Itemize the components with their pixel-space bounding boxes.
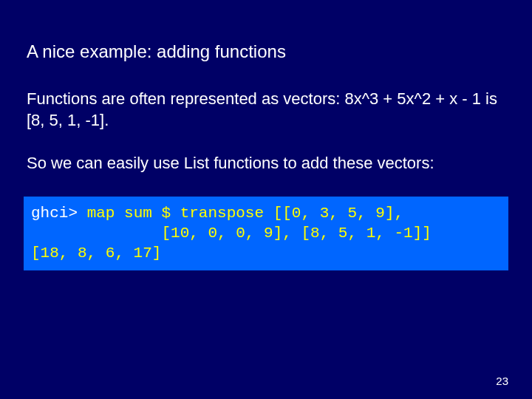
ghci-prompt: ghci> [31, 205, 87, 222]
paragraph-1: Functions are often represented as vecto… [27, 89, 505, 131]
code-line-3: [18, 8, 6, 17] [31, 244, 501, 264]
code-line-1: ghci> map sum $ transpose [[0, 3, 5, 9], [31, 204, 501, 224]
code-block: ghci> map sum $ transpose [[0, 3, 5, 9],… [24, 197, 508, 271]
slide: A nice example: adding functions Functio… [0, 0, 532, 399]
code-text-1: map sum $ transpose [[0, 3, 5, 9], [87, 205, 403, 222]
code-line-2: [10, 0, 0, 9], [8, 5, 1, -1]] [31, 224, 501, 244]
slide-title: A nice example: adding functions [27, 41, 505, 62]
page-number: 23 [496, 375, 508, 387]
paragraph-2: So we can easily use List functions to a… [27, 153, 505, 174]
